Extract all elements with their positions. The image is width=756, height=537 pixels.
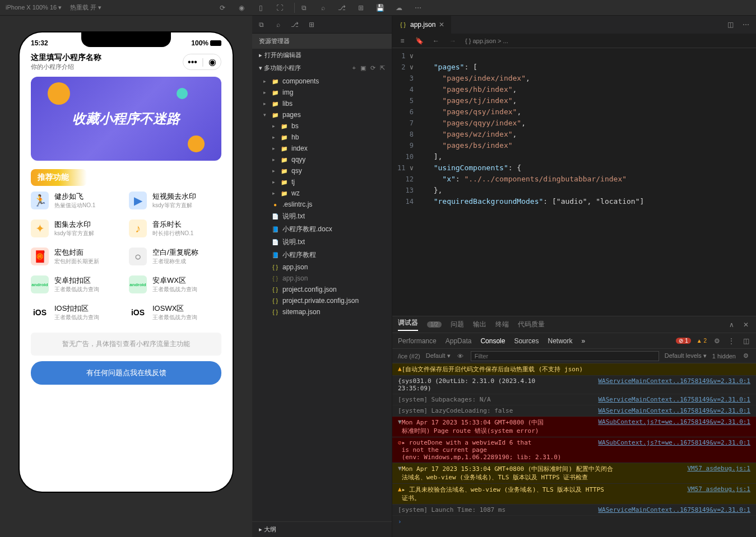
refresh-tree-icon[interactable]: ⟳ [370, 64, 375, 72]
tree-item[interactable]: ▸📁tj [252, 176, 392, 188]
log-source-link[interactable]: WAServiceMainContext..16758149&v=2.31.0:… [598, 377, 750, 392]
outline-icon[interactable]: ≡ [398, 36, 407, 45]
feature-item[interactable]: ♪ 音乐时长 时长排行榜NO.1 [129, 220, 221, 237]
ext-tab-icon[interactable]: ⊞ [307, 20, 316, 29]
search-icon[interactable]: ⌕ [318, 3, 327, 12]
tree-item[interactable]: 📄说明.txt [252, 210, 392, 223]
new-file-icon[interactable]: + [353, 64, 356, 72]
sources-tab[interactable]: Sources [514, 337, 539, 345]
search-tab-icon[interactable]: ⌕ [273, 20, 282, 29]
tree-item[interactable]: 📘小程序教程.docx [252, 223, 392, 236]
tree-item[interactable]: ▸📁wz [252, 188, 392, 199]
tree-item[interactable]: 📘小程序教程 [252, 249, 392, 262]
tree-item[interactable]: { }project.private.config.json [252, 295, 392, 306]
log-source-link[interactable]: WAServiceMainContext..16758149&v=2.31.0:… [598, 407, 750, 414]
console-prompt[interactable]: › [392, 516, 756, 527]
tree-item[interactable]: ●.eslintrc.js [252, 199, 392, 210]
filter-default[interactable]: Default ▾ [426, 352, 451, 359]
tree-item[interactable]: ▸📁qsy [252, 165, 392, 176]
filter-settings-icon[interactable]: ⚙ [741, 352, 750, 361]
network-tab[interactable]: Network [548, 337, 572, 345]
copy-icon[interactable]: ⧉ [299, 3, 308, 12]
split-editor-icon[interactable]: ◫ [726, 20, 735, 29]
tree-item[interactable]: ▸📁hb [252, 132, 392, 143]
feature-item[interactable]: ○ 空白/重复昵称 王者现称生成 [129, 248, 221, 265]
log-source-link[interactable]: VM57 asdebug.js:1 [687, 465, 750, 482]
feature-item[interactable]: 🏃 健步如飞 热量值运动NO.1 [31, 192, 123, 209]
forward-icon[interactable]: → [448, 36, 457, 45]
back-icon[interactable]: ← [432, 36, 440, 45]
tab-close-icon[interactable]: ✕ [439, 21, 444, 29]
capsule-close-icon[interactable]: ◉ [208, 57, 216, 67]
refresh-icon[interactable]: ⟳ [218, 3, 227, 12]
error-count-badge[interactable]: ⊘ 1 [676, 338, 690, 344]
collapse-icon[interactable]: ⇱ [380, 64, 385, 72]
hotreload-toggle[interactable]: 热重载 开 ▾ [70, 3, 101, 12]
tree-item[interactable]: 📄说明.txt [252, 236, 392, 249]
performance-tab[interactable]: Performance [398, 337, 437, 345]
feature-item[interactable]: iOS IOSWX区 王者最低战力查询 [129, 303, 221, 321]
feature-item[interactable]: android 安卓扣扣区 王者最低战力查询 [31, 275, 123, 293]
capsule-more-icon[interactable]: ••• [188, 57, 197, 67]
feedback-button[interactable]: 有任何问题点我在线反馈 [31, 361, 221, 385]
grid-icon[interactable]: ⊞ [356, 3, 365, 12]
output-tab[interactable]: 输出 [473, 320, 486, 329]
editor-more-icon[interactable]: ⋯ [741, 20, 750, 29]
devtools-close-icon[interactable]: ✕ [741, 320, 750, 329]
filter-levels[interactable]: Default levels ▾ [665, 352, 707, 359]
settings-icon[interactable]: ⚙ [712, 337, 721, 345]
tree-item[interactable]: ▸📁img [252, 87, 392, 98]
capsule-menu[interactable]: ••• | ◉ [183, 54, 221, 70]
bookmark-icon[interactable]: 🔖 [415, 36, 424, 45]
eye-icon[interactable]: 👁 [456, 352, 465, 361]
problems-tab[interactable]: 问题 [451, 320, 464, 329]
feature-item[interactable]: ▶ 短视频去水印 ksdy等官方直解 [129, 192, 221, 209]
terminal-tab[interactable]: 终端 [495, 320, 509, 329]
phone-icon[interactable]: ▯ [256, 3, 265, 12]
tree-item[interactable]: ▸📁libs [252, 98, 392, 109]
tree-item[interactable]: ▸📁index [252, 143, 392, 154]
tree-item[interactable]: ▾📁pages [252, 109, 392, 120]
explorer-tab-icon[interactable]: ⧉ [257, 20, 266, 29]
log-source-link[interactable]: WASubContext.js?t=we..16758149&v=2.31.0:… [598, 439, 750, 461]
console-tab[interactable]: Console [480, 337, 505, 345]
debugger-tab[interactable]: 调试器 [398, 318, 418, 331]
log-source-link[interactable]: WAServiceMainContext..16758149&v=2.31.0:… [598, 396, 750, 403]
feature-item[interactable]: android 安卓WX区 王者最低战力查询 [129, 275, 221, 293]
more-icon[interactable]: ⋯ [414, 3, 423, 12]
filter-input[interactable] [471, 351, 659, 361]
filter-hidden[interactable]: 1 hidden [712, 353, 736, 359]
feature-item[interactable]: 🧧 宏包封面 宏包封面长期更新 [31, 248, 123, 265]
quality-tab[interactable]: 代码质量 [518, 320, 545, 329]
chevron-up-icon[interactable]: ∧ [727, 320, 736, 329]
breadcrumb[interactable]: { } app.json > ... [465, 38, 508, 44]
log-source-link[interactable]: WASubContext.js?t=we..16758149&v=2.31.0:… [598, 418, 750, 435]
feature-item[interactable]: iOS IOS扣扣区 王者最低战力查询 [31, 303, 123, 321]
tree-item[interactable]: { }app.json [252, 273, 392, 284]
device-selector[interactable]: iPhone X 100% 16 ▾ [6, 4, 62, 11]
kebab-icon[interactable]: ⋮ [727, 337, 736, 345]
app-banner[interactable]: 收藏小程序不迷路 [31, 77, 221, 161]
filter-context[interactable]: /ice (#2) [398, 353, 420, 359]
open-editors-section[interactable]: ▸打开的编辑器 [252, 49, 392, 62]
tree-item[interactable]: { }project.config.json [252, 284, 392, 295]
new-folder-icon[interactable]: ▣ [360, 64, 366, 72]
appdata-tab[interactable]: AppData [446, 337, 472, 345]
editor-tab[interactable]: { } app.json ✕ [392, 16, 451, 34]
tree-item[interactable]: { }sitemap.json [252, 306, 392, 317]
log-source-link[interactable]: WAServiceMainContext..16758149&v=2.31.0:… [598, 506, 750, 513]
save-icon[interactable]: 💾 [375, 3, 384, 12]
cloud-icon[interactable]: ☁ [395, 3, 403, 12]
record-icon[interactable]: ◉ [237, 3, 246, 12]
more-tabs-icon[interactable]: » [581, 337, 585, 345]
branch-icon[interactable]: ⎇ [337, 3, 346, 12]
tree-item[interactable]: { }app.json [252, 262, 392, 273]
outline-section[interactable]: ▸ 大纲 [252, 521, 392, 537]
git-tab-icon[interactable]: ⎇ [290, 20, 299, 29]
tree-item[interactable]: ▸📁bs [252, 120, 392, 132]
tree-item[interactable]: ▸📁components [252, 76, 392, 87]
dock-icon[interactable]: ◫ [741, 337, 750, 345]
log-source-link[interactable]: VM57 asdebug.js:1 [687, 485, 750, 502]
warn-count-badge[interactable]: ▲ 2 [697, 338, 707, 344]
project-section[interactable]: ▾ 多功能小程序 + ▣ ⟳ ⇱ [252, 62, 392, 74]
